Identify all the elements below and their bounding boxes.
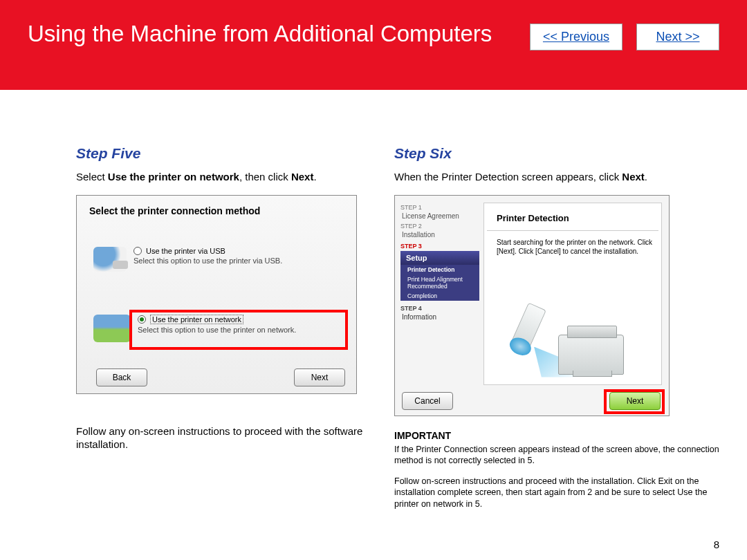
text: When the Printer Detection screen appear…: [394, 171, 622, 183]
nav-buttons: << Previous Next >>: [530, 24, 719, 50]
panel-text: Start searching for the printer on the n…: [497, 238, 661, 256]
sidebar-information: Information: [402, 313, 479, 321]
sidebar-step2-text: Installation: [402, 231, 479, 239]
sidebar-printer-detection: Printer Detection: [400, 265, 479, 274]
printer-icon: [558, 335, 624, 375]
wizard-main-panel: Printer Detection Start searching for th…: [483, 203, 662, 385]
flashlight-icon: [508, 302, 546, 357]
screenshot-connection-method: Select the printer connection method Use…: [76, 195, 357, 394]
next-button-dialog[interactable]: Next: [294, 368, 345, 386]
network-printer-icon: [93, 315, 131, 342]
page-title: Using the Machine from Additional Comput…: [28, 21, 492, 47]
sidebar-step1-text: License Agreemen: [402, 212, 479, 220]
radio-usb[interactable]: [133, 247, 142, 255]
step-six-section: Step Six When the Printer Detection scre…: [394, 145, 719, 510]
sidebar-step2: STEP 2: [400, 223, 479, 230]
step-five-section: Step Five Select Use the printer on netw…: [76, 145, 374, 510]
wizard-sidebar: STEP 1 License Agreemen STEP 2 Installat…: [400, 201, 479, 321]
sidebar-setup: Setup: [400, 251, 479, 265]
next-button[interactable]: Next >>: [636, 24, 719, 50]
sidebar-print-head: Print Head Alignment Recommended: [400, 274, 479, 291]
text: Select: [76, 171, 108, 183]
option-usb: Use the printer via USB Select this opti…: [93, 247, 282, 272]
back-button[interactable]: Back: [96, 368, 147, 386]
step-five-followup: Follow any on-screen instructions to pro…: [76, 424, 374, 451]
sidebar-step4: STEP 4: [400, 305, 479, 312]
usb-printer-icon: [93, 247, 127, 272]
text: .: [313, 171, 316, 183]
screenshot-printer-detection: STEP 1 License Agreemen STEP 2 Installat…: [394, 195, 670, 416]
text-bold: Next: [622, 171, 645, 183]
step-six-instruction: When the Printer Detection screen appear…: [394, 170, 719, 184]
text: .: [645, 171, 647, 183]
next-button-label: Next: [627, 396, 644, 406]
printer-illustration: [510, 304, 635, 380]
step-five-instruction: Select Use the printer on network, then …: [76, 170, 374, 184]
highlight-box: [129, 310, 348, 350]
step-five-title: Step Five: [76, 145, 374, 162]
sidebar-completion: Completion: [400, 291, 479, 301]
step-six-title: Step Six: [394, 145, 719, 162]
page-number: 8: [714, 539, 719, 550]
option-usb-label: Use the printer via USB: [146, 247, 225, 255]
important-paragraph-2: Follow on-screen instructions and procee…: [394, 476, 719, 510]
sidebar-step3: STEP 3: [400, 243, 479, 250]
text: , then click: [239, 171, 291, 183]
important-paragraph-1: If the Printer Connection screen appears…: [394, 444, 719, 467]
panel-title: Printer Detection: [497, 213, 661, 223]
next-button-wizard[interactable]: Next: [609, 392, 661, 410]
previous-button[interactable]: << Previous: [530, 24, 622, 50]
option-usb-desc: Select this option to use the printer vi…: [133, 256, 282, 265]
sidebar-step1: STEP 1: [400, 204, 479, 211]
cancel-button[interactable]: Cancel: [402, 392, 453, 410]
wizard-button-bar: Cancel Next: [395, 388, 669, 416]
text-bold: Next: [291, 171, 314, 183]
banner: Using the Machine from Additional Comput…: [0, 0, 747, 90]
important-heading: IMPORTANT: [394, 430, 719, 441]
text-bold: Use the printer on network: [108, 171, 239, 183]
dialog-title: Select the printer connection method: [89, 205, 344, 216]
separator: [487, 230, 658, 231]
